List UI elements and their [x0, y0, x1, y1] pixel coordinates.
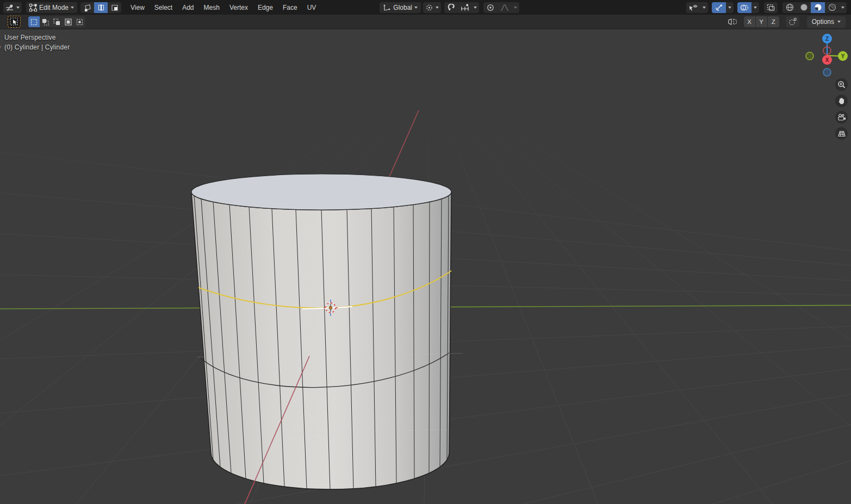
sidebar-expand-chevron[interactable]: › [0, 41, 1, 51]
navigation-gizmo[interactable]: Z Y X [806, 34, 848, 76]
orientation-label: Global [393, 4, 412, 11]
proportional-icon [487, 4, 494, 11]
menu-select[interactable]: Select [150, 2, 177, 13]
select-option-set[interactable] [28, 16, 40, 27]
options-label: Options [812, 18, 834, 26]
gizmos-chevron[interactable] [726, 2, 734, 13]
menu-bar: View Select Add Mesh Vertex Edge Face UV [126, 2, 321, 13]
measure-icon [788, 18, 797, 26]
face-select-button[interactable] [108, 2, 121, 13]
magnet-icon [448, 4, 455, 11]
transform-orientation-dropdown[interactable]: Global [380, 2, 421, 13]
viewport-canvas[interactable]: Z Y X [0, 0, 851, 504]
toggle-view-icon [837, 130, 846, 138]
options-dropdown[interactable]: Options [807, 16, 846, 28]
rendered-icon [828, 3, 836, 11]
overlays-chevron[interactable] [751, 2, 759, 13]
select-option-subtract[interactable] [51, 16, 63, 27]
face-select-icon [111, 4, 119, 11]
blender-window: { "app": {"name": "Blender", "editor": "… [0, 0, 851, 504]
viewport-header: Edit Mode View Select Add Mesh Vert [0, 0, 851, 15]
overlays-toggle[interactable] [737, 2, 751, 13]
toggle-ortho-button[interactable] [835, 127, 848, 140]
shading-wireframe-button[interactable] [782, 2, 797, 13]
select-option-invert[interactable] [63, 16, 74, 27]
gizmos-toggle[interactable] [712, 2, 726, 13]
snap-base-button[interactable] [786, 16, 799, 27]
pan-button[interactable] [835, 95, 848, 107]
snap-with-icon [461, 4, 469, 11]
menu-vertex[interactable]: Vertex [225, 2, 253, 13]
view-perspective-label: User Perspective [4, 34, 56, 41]
camera-view-button[interactable] [835, 111, 848, 123]
edit-mode-icon [29, 4, 37, 11]
snap-with-dropdown[interactable] [458, 2, 471, 13]
snapping-group [444, 2, 479, 13]
median-point [329, 306, 332, 309]
falloff-dropdown[interactable] [498, 2, 512, 13]
chevron-down-icon [436, 7, 439, 9]
menu-view[interactable]: View [126, 2, 150, 13]
falloff-chevron[interactable] [512, 2, 519, 13]
xray-icon [767, 4, 775, 11]
snap-toggle-button[interactable] [444, 2, 458, 13]
mirror-y-button[interactable]: Y [756, 16, 767, 27]
snap-chevron[interactable] [471, 2, 479, 13]
xray-toggle[interactable] [764, 2, 778, 13]
orientation-icon [383, 4, 391, 11]
visibility-icon [689, 4, 698, 11]
mirror-icon [728, 17, 737, 26]
zoom-button[interactable] [835, 78, 848, 91]
wireframe-icon [786, 3, 794, 11]
menu-add[interactable]: Add [177, 2, 198, 13]
pivot-icon [425, 4, 433, 11]
chevron-down-icon [837, 21, 841, 23]
menu-uv[interactable]: UV [302, 2, 321, 13]
gizmo-x-label: X [825, 57, 829, 63]
select-option-buttons [28, 16, 85, 27]
vertex-select-icon [84, 4, 91, 11]
menu-edge[interactable]: Edge [253, 2, 278, 13]
mirror-z-button[interactable]: Z [768, 16, 779, 27]
pan-hand-icon [837, 97, 846, 105]
solid-icon [800, 3, 808, 11]
visibility-chevron[interactable] [700, 2, 708, 13]
pivot-point-dropdown[interactable] [423, 2, 441, 13]
menu-face[interactable]: Face [278, 2, 302, 13]
shading-solid-button[interactable] [797, 2, 811, 13]
cylinder-top-face[interactable] [191, 174, 451, 210]
viewport-side-toolbar [835, 78, 848, 140]
chevron-down-icon [16, 7, 20, 9]
vertex-select-button[interactable] [80, 2, 94, 13]
select-option-extend[interactable] [40, 16, 51, 27]
3d-viewport-icon [5, 4, 14, 11]
tool-settings-right: X Y Z Options [728, 16, 848, 28]
menu-mesh[interactable]: Mesh [199, 2, 225, 13]
cylinder-mesh[interactable] [191, 174, 462, 504]
gizmo-neg-z[interactable] [823, 69, 831, 76]
overlays-icon [740, 4, 749, 11]
shading-chevron[interactable] [839, 2, 847, 13]
camera-view-icon [837, 114, 846, 121]
proportional-editing-button[interactable] [483, 2, 498, 13]
shading-group [782, 2, 847, 13]
gizmo-icon [715, 4, 723, 11]
header-right-cluster [686, 2, 848, 13]
shading-material-button[interactable] [811, 2, 825, 13]
active-tool-button[interactable] [8, 16, 21, 28]
edge-select-button[interactable] [94, 2, 108, 13]
tool-settings-bar: X Y Z Options [0, 15, 851, 29]
visibility-dropdown[interactable] [686, 2, 700, 13]
zoom-icon [837, 80, 846, 89]
box-select-icon [10, 17, 18, 26]
select-option-intersect[interactable] [74, 16, 85, 27]
mirror-x-button[interactable]: X [744, 16, 755, 27]
mirror-axis-buttons: X Y Z [744, 16, 779, 27]
shading-rendered-button[interactable] [825, 2, 839, 13]
editor-type-button[interactable] [3, 2, 22, 13]
gizmo-neg-y[interactable] [806, 52, 813, 60]
gizmos-group [712, 2, 734, 13]
mode-dropdown[interactable]: Edit Mode [26, 2, 77, 13]
cylinder-side[interactable] [191, 192, 451, 489]
material-preview-icon [814, 3, 822, 11]
